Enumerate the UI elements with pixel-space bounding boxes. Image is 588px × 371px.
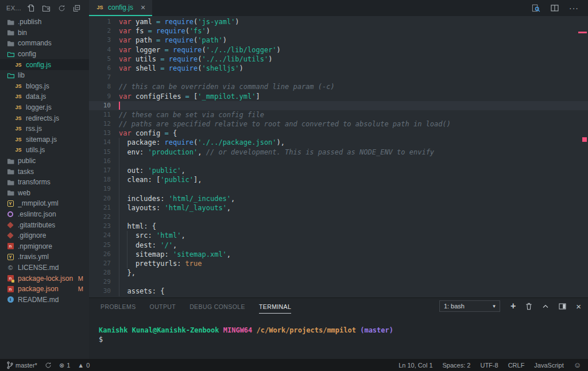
folder-icon [6,168,14,175]
panel-tab-debug-console[interactable]: DEBUG CONSOLE [189,299,245,314]
status-label: 1 [67,362,70,369]
line-number: 21 [89,203,111,212]
code-line-30[interactable]: 30 assets: { [89,287,588,296]
tree-item-rss-js[interactable]: JSrss.js [0,123,89,134]
warning-icon: ▲ [78,362,84,369]
collapse-folders-icon[interactable] [72,3,82,13]
tree-item-config[interactable]: config [0,49,89,60]
sync-icon [45,362,52,369]
indent-guide [119,268,119,277]
code-line-28[interactable]: 28 }, [89,268,588,277]
code-line-4[interactable]: 4var logger = require('./../lib/logger') [89,45,588,55]
code-line-3[interactable]: 3var path = require('path') [89,36,588,45]
tree-item--gitattributes[interactable]: .gitattributes [0,219,89,230]
code-line-5[interactable]: 5var utils = require('./../lib/utils') [89,55,588,64]
close-panel-icon[interactable]: × [576,302,581,311]
status-eol[interactable]: CRLF [508,362,525,369]
line-number: 15 [89,148,111,157]
status-cursor-position[interactable]: Ln 10, Col 1 [399,362,432,369]
new-terminal-icon[interactable]: + [510,302,516,311]
code-line-1[interactable]: 1var yaml = require('js-yaml') [89,17,588,26]
code-line-22[interactable]: 22 [89,212,588,222]
tree-item-public[interactable]: public [0,156,89,167]
tree-item-tasks[interactable]: tasks [0,166,89,177]
tab-close-icon[interactable]: × [141,3,145,11]
tree-item-readme-md[interactable]: iREADME.md [0,294,89,305]
tree-item-utils-js[interactable]: JSutils.js [0,145,89,156]
code-line-27[interactable]: 27 prettyurls: true [89,259,588,268]
split-editor-icon[interactable] [551,5,559,11]
status-errors[interactable]: ⊗1 [59,362,70,369]
code-line-18[interactable]: 18 clean: ['public'], [89,175,588,184]
split-terminal-icon[interactable] [559,303,566,310]
status-encoding[interactable]: UTF-8 [480,362,498,369]
code-line-19[interactable]: 19 [89,184,588,194]
code-line-15[interactable]: 15 env: 'production', // or development.… [89,148,588,157]
code-line-16[interactable]: 16 [89,157,588,166]
indent-guide [119,222,119,231]
status-language-mode[interactable]: JavaScript [534,362,563,369]
code-line-11[interactable]: 11// these can be set via config file [89,110,588,119]
tree-item--travis-yml[interactable]: Y.travis.yml [0,252,89,262]
panel-tab-problems[interactable]: PROBLEMS [100,299,136,314]
code-editor[interactable]: 1var yaml = require('js-yaml')2var fs = … [89,16,588,297]
maximize-panel-icon[interactable] [542,303,549,309]
terminal-output[interactable]: Kanishk Kunal@Kanishk-Zenbook MINGW64 /c… [89,314,588,359]
line-number: 19 [89,184,111,194]
code-line-14[interactable]: 14 package: require('./../package.json')… [89,138,588,147]
refresh-explorer-icon[interactable] [56,3,67,13]
tree-item-transforms[interactable]: transforms [0,177,89,188]
code-line-23[interactable]: 23 html: { [89,222,588,231]
status-git-branch[interactable]: master* [7,361,37,369]
tab-config-js[interactable]: JS config.js × [89,0,152,16]
more-actions-icon[interactable]: ··· [569,3,579,13]
status-indentation[interactable]: Spaces: 2 [443,362,471,369]
tree-item--npmignore[interactable]: n.npmignore [0,241,89,252]
tree-item--gitignore[interactable]: .gitignore [0,230,89,241]
tree-item-commands[interactable]: commands [0,38,89,49]
tree-item-data-js[interactable]: JSdata.js [0,91,89,102]
status-warnings[interactable]: ▲0 [78,362,90,369]
explorer-title: EX... [6,5,21,11]
code-line-2[interactable]: 2var fs = require('fs') [89,26,588,36]
code-line-25[interactable]: 25 dest: '/', [89,241,588,250]
tree-item--eslintrc-json[interactable]: .eslintrc.json [0,209,89,220]
tree-item-logger-js[interactable]: JSlogger.js [0,102,89,113]
tree-item-web[interactable]: web [0,188,89,199]
status-feedback[interactable]: ☺ [574,361,581,369]
panel-tab-output[interactable]: OUTPUT [150,299,176,314]
tree-item-redirects-js[interactable]: JSredirects.js [0,113,89,123]
code-line-17[interactable]: 17 out: 'public', [89,166,588,175]
terminal-shell-select[interactable]: 1: bash ▾ [439,300,500,312]
tree-item-blogs-js[interactable]: JSblogs.js [0,81,89,92]
tree-item-package-json[interactable]: npackage.jsonM [0,284,89,295]
code-line-20[interactable]: 20 includes: 'html/_incudes', [89,194,588,203]
explorer-header: EX... [0,0,89,16]
tree-item-package-lock-json[interactable]: npackage-lock.jsonM [0,273,89,284]
status-sync[interactable] [45,362,52,369]
code-line-29[interactable]: 29 [89,277,588,287]
kill-terminal-icon[interactable] [525,303,532,310]
code-line-10[interactable]: 10 [89,101,588,110]
code-line-12[interactable]: 12// paths are specified relative to roo… [89,119,588,129]
tree-item-config-js[interactable]: JSconfig.js [0,59,89,70]
new-folder-icon[interactable] [41,3,52,13]
tree-item--mmpilot-yml[interactable]: Y_mmpilot.yml [0,198,89,209]
code-line-6[interactable]: 6var shell = require('shelljs') [89,64,588,73]
tree-item-lib[interactable]: lib [0,70,89,81]
tree-item-sitemap-js[interactable]: JSsitemap.js [0,134,89,145]
code-line-9[interactable]: 9var configFiles = ['_mmpilot.yml'] [89,92,588,101]
code-line-7[interactable]: 7 [89,73,588,82]
code-line-13[interactable]: 13var config = { [89,129,588,138]
tree-item-license-md[interactable]: ©LICENSE.md [0,262,89,273]
code-line-24[interactable]: 24 src: 'html', [89,231,588,240]
panel-tab-terminal[interactable]: TERMINAL [259,299,291,314]
code-line-21[interactable]: 21 layouts: 'html/_layouts', [89,203,588,212]
new-file-icon[interactable] [26,3,36,13]
code-line-8[interactable]: 8// this can be overriden via command li… [89,82,588,91]
open-preview-icon[interactable] [532,4,540,13]
tree-item--publish[interactable]: .publish [0,17,89,28]
git-modified-badge: M [78,285,89,292]
code-line-26[interactable]: 26 sitemap: 'sitemap.xml', [89,250,588,259]
tree-item-bin[interactable]: bin [0,28,89,38]
